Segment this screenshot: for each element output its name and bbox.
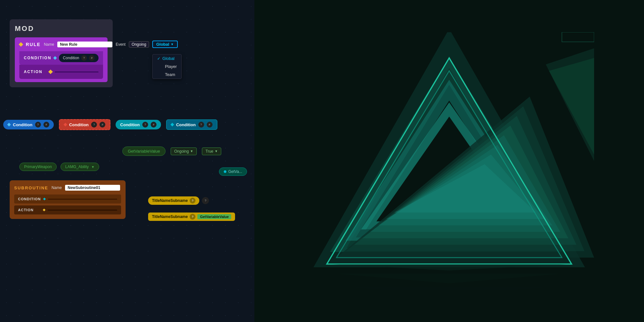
true-arrow-icon: ▼: [215, 149, 218, 153]
checkmark-icon: ✓: [157, 56, 160, 61]
condition-section: CONDITION Condition ? #: [19, 51, 103, 65]
hash-icon: #: [89, 55, 95, 61]
action-label: ACTION: [24, 70, 46, 74]
condition-block-red[interactable]: Condition ? #: [59, 119, 111, 130]
title-chip-1-text: TitleNameSubname: [152, 198, 188, 203]
title-chip-1-extra-q-icon: ?: [202, 197, 209, 204]
question-icon: ?: [81, 55, 87, 61]
rule-name-input[interactable]: [57, 42, 112, 47]
title-chip-2[interactable]: TitleNameSubname ? GetVariableValue: [148, 213, 235, 221]
action-diamond-icon: [48, 70, 53, 74]
floating-blocks: Condition ? # Condition ? # Condition ? …: [3, 119, 217, 130]
sub-condition-label: CONDITION: [18, 197, 41, 201]
rule-label: RULE: [26, 42, 41, 47]
cond-cyan-outline-text: Condition: [176, 122, 196, 127]
event-label: Event: [116, 42, 126, 47]
scope-option-player-label: Player: [165, 64, 177, 69]
condition-label: CONDITION: [24, 56, 51, 60]
condition-block-cyan-outline[interactable]: Condition ? #: [166, 119, 217, 130]
mod-title: MOD: [15, 24, 108, 33]
mod-card: MOD RULE Name Event Ongoing Global ▼: [10, 19, 113, 87]
get-variable-chip[interactable]: GetVariableValue: [122, 147, 166, 156]
ability-chip[interactable]: LAMG_Ability ▼: [61, 163, 99, 171]
scope-dropdown-area: Global ▼ ✓ Global Player: [152, 41, 177, 48]
blue-diamond-icon: [7, 123, 11, 126]
sub-cond-diamond-icon: [43, 198, 45, 200]
triangle-art: [304, 32, 594, 290]
ability-label: LAMG_Ability: [65, 165, 89, 169]
svg-marker-15: [336, 274, 562, 283]
ongoing-dropdown[interactable]: Ongoing ▼: [171, 147, 197, 155]
ongoing-arrow-icon: ▼: [190, 149, 193, 153]
action-line: [55, 71, 99, 72]
title-chip-1[interactable]: TitleNameSubname ?: [148, 196, 199, 205]
scope-option-global[interactable]: ✓ Global: [153, 54, 181, 62]
condition-block-cyan[interactable]: Condition ? #: [116, 120, 161, 129]
scope-menu: ✓ Global Player Team: [152, 54, 182, 79]
scope-dropdown[interactable]: Global ▼: [152, 41, 177, 48]
true-value: True: [205, 149, 213, 154]
sub-action-diamond-icon: [43, 209, 45, 211]
svg-marker-16: [346, 287, 552, 290]
svg-marker-18: [549, 58, 594, 155]
getva-partial[interactable]: GetVa...: [219, 167, 247, 176]
sub-cond-line: [48, 199, 117, 200]
title-chip-1-q-icon: ?: [190, 198, 195, 204]
sub-action-row: ACTION: [14, 205, 121, 214]
left-panel: MOD RULE Name Event Ongoing Global ▼: [0, 0, 254, 322]
primary-weapon-chip[interactable]: PrimaryWeapon: [19, 163, 57, 171]
triangle-container: [254, 0, 644, 322]
rule-header: RULE Name Event Ongoing Global ▼ ✓ Globa…: [19, 41, 103, 48]
cond-red-text: Condition: [69, 122, 89, 127]
right-panel: [254, 0, 644, 322]
cond-cyan-hash-icon: #: [151, 122, 156, 128]
scope-option-team[interactable]: Team: [153, 71, 181, 79]
cond-cyan-q-icon: ?: [142, 122, 148, 128]
cond-blue-hash-icon: #: [43, 122, 49, 128]
cond-blue-q-icon: ?: [35, 122, 41, 128]
sub-condition-row: CONDITION: [14, 194, 121, 204]
cond-cyan-text: Condition: [120, 122, 140, 127]
sub-action-label: ACTION: [18, 208, 41, 212]
cond-cyan-outline-hash-icon: #: [207, 122, 213, 128]
true-dropdown[interactable]: True ▼: [202, 147, 221, 155]
scope-value: Global: [156, 42, 169, 47]
scope-option-global-label: Global: [162, 56, 175, 61]
condition-block-blue[interactable]: Condition ? #: [3, 120, 54, 129]
event-dropdown[interactable]: Ongoing: [129, 41, 149, 48]
cond-blue-text: Condition: [13, 122, 33, 127]
primary-weapon-label: PrimaryWeapon: [24, 165, 52, 169]
getva-partial-label: GetVa...: [228, 169, 242, 174]
title-chip-2-q-icon: ?: [190, 214, 195, 220]
condition-chip[interactable]: Condition ? #: [59, 54, 99, 62]
subroutine-card: SUBROUTINE Name CONDITION ACTION: [10, 180, 126, 219]
sub-name-input[interactable]: [65, 185, 120, 191]
title-chip-2-text: TitleNameSubname: [152, 214, 188, 219]
cyan-outline-diamond-icon: [170, 123, 174, 126]
scope-option-player[interactable]: Player: [153, 62, 181, 71]
getva-dot-icon: [224, 170, 226, 173]
title-chip-1-area: TitleNameSubname ? ?: [148, 196, 209, 205]
condition-chip-text: Condition: [63, 56, 79, 60]
action-section: ACTION: [19, 65, 103, 79]
rule-name-label: Name: [44, 42, 54, 47]
cond-cyan-outline-q-icon: ?: [198, 122, 204, 128]
scope-arrow-icon: ▼: [171, 43, 174, 46]
ongoing-value: Ongoing: [174, 149, 189, 154]
svg-rect-22: [562, 32, 594, 42]
subroutine-header: SUBROUTINE Name: [14, 185, 121, 191]
sub-action-line: [48, 210, 117, 211]
cond-red-hash-icon: #: [99, 122, 105, 128]
middle-row: GetVariableValue Ongoing ▼ True ▼: [122, 147, 221, 156]
title-chip-2-get-var: GetVariableValue: [197, 214, 231, 219]
scope-option-team-label: Team: [165, 72, 175, 77]
cond-red-q-icon: ?: [91, 122, 97, 128]
condition-diamond-icon: [53, 56, 57, 60]
get-variable-label: GetVariableValue: [128, 149, 160, 154]
weapon-row: PrimaryWeapon LAMG_Ability ▼: [19, 163, 99, 171]
ability-arrow-icon: ▼: [91, 165, 95, 169]
sub-name-label: Name: [52, 185, 62, 190]
subroutine-label: SUBROUTINE: [14, 185, 48, 190]
rule-diamond-icon: [19, 42, 23, 46]
rule-block: RULE Name Event Ongoing Global ▼ ✓ Globa…: [15, 37, 108, 82]
